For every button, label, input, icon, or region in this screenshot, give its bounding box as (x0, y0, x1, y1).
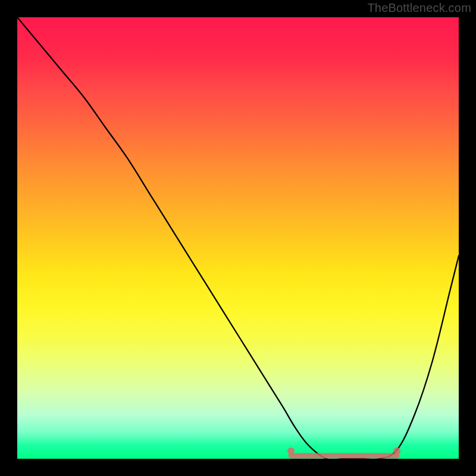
plot-area (17, 17, 459, 459)
bottleneck-curve (17, 17, 459, 459)
chart-frame: TheBottleneck.com (0, 0, 476, 476)
watermark-text: TheBottleneck.com (367, 1, 471, 15)
curve-layer (17, 17, 459, 459)
optimal-range-start-dot (287, 447, 295, 455)
optimal-range-end-dot (393, 447, 400, 455)
